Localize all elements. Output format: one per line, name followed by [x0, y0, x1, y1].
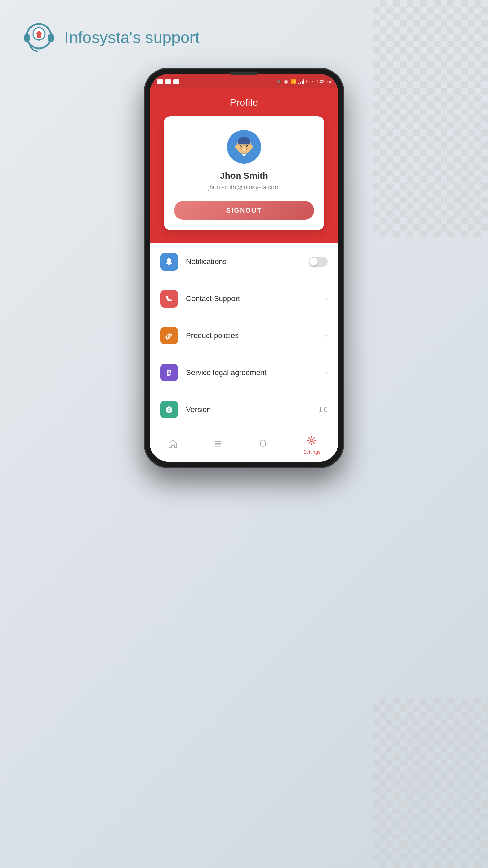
- svg-point-19: [250, 145, 253, 149]
- svg-rect-12: [238, 141, 240, 144]
- service-legal-icon-bg: [160, 364, 178, 381]
- svg-point-34: [310, 439, 313, 442]
- svg-rect-32: [215, 443, 221, 445]
- lock-icon-status: [173, 79, 179, 84]
- phone-device: ··· 🔇 ⏰ 📶 6: [144, 68, 344, 468]
- settings-label: Settings: [303, 449, 321, 455]
- wifi-icon: 📶: [291, 79, 296, 84]
- phone-screen: ··· 🔇 ⏰ 📶 6: [150, 74, 338, 462]
- profile-card: Jhon Smith jhon.smith@infosysta.com SIGN…: [164, 116, 324, 230]
- contact-support-label: Contact Support: [186, 294, 325, 303]
- svg-rect-25: [168, 372, 170, 373]
- contact-support-chevron: ›: [325, 295, 328, 303]
- svg-point-18: [235, 145, 238, 149]
- svg-point-5: [38, 39, 40, 41]
- home-icon: [168, 439, 178, 451]
- bell-nav-icon: [258, 439, 268, 451]
- product-policies-icon-bg: [160, 327, 178, 344]
- app-header: Profile: [150, 89, 338, 116]
- notifications-toggle[interactable]: [309, 257, 328, 267]
- notifications-label: Notifications: [186, 257, 309, 266]
- svg-rect-13: [248, 141, 250, 144]
- signal-bars: [298, 79, 304, 84]
- phone-wrapper: ··· 🔇 ⏰ 📶 6: [144, 68, 344, 468]
- svg-rect-24: [168, 371, 170, 372]
- brand-logo-icon: [20, 19, 58, 56]
- svg-rect-2: [48, 34, 54, 42]
- svg-point-22: [168, 258, 170, 259]
- user-name: Jhon Smith: [220, 171, 268, 181]
- menu-section: Notifications Contact Support ›: [150, 243, 338, 428]
- svg-rect-7: [166, 80, 170, 84]
- brand-name: Infosysta's support: [64, 28, 200, 47]
- bell-icon: [164, 257, 174, 267]
- svg-rect-8: [174, 80, 179, 84]
- avatar-image: [230, 133, 258, 160]
- nav-item-list[interactable]: [213, 439, 223, 451]
- svg-rect-33: [215, 446, 221, 447]
- notification-icon-status: [157, 79, 163, 84]
- menu-item-contact-support[interactable]: Contact Support ›: [160, 280, 328, 317]
- nav-item-bell[interactable]: [258, 439, 268, 451]
- version-label: Version: [186, 405, 318, 414]
- battery-percent: 62%: [306, 79, 314, 84]
- document-icon: [164, 368, 174, 377]
- menu-item-notifications[interactable]: Notifications: [160, 243, 328, 280]
- svg-point-17: [247, 145, 247, 146]
- menu-item-service-legal[interactable]: Service legal agreement ›: [160, 354, 328, 391]
- svg-point-29: [169, 408, 170, 409]
- logo-area: Infosysta's support: [20, 19, 200, 56]
- menu-item-product-policies[interactable]: Product policies ›: [160, 317, 328, 354]
- profile-section: Jhon Smith jhon.smith@infosysta.com SIGN…: [150, 116, 338, 243]
- service-legal-chevron: ›: [325, 369, 328, 377]
- svg-rect-26: [168, 373, 169, 374]
- info-icon: [164, 405, 174, 414]
- status-left: ···: [157, 79, 185, 84]
- status-bar: ··· 🔇 ⏰ 📶 6: [150, 74, 338, 89]
- checker-pattern-bottom: [373, 698, 488, 868]
- status-dots: ···: [181, 79, 185, 84]
- status-time: 1:02 pm: [317, 79, 331, 84]
- menu-item-version: Version 1.0: [160, 391, 328, 428]
- avatar: [227, 130, 261, 164]
- nav-item-settings[interactable]: Settings: [303, 435, 321, 455]
- alarm-icon: ⏰: [283, 79, 289, 84]
- svg-rect-6: [158, 80, 162, 84]
- settings-icon: [307, 435, 317, 448]
- svg-point-16: [241, 145, 242, 146]
- notifications-icon-bg: [160, 253, 178, 271]
- toggle-knob: [309, 258, 318, 266]
- image-icon-status: [165, 79, 171, 84]
- svg-rect-30: [169, 409, 170, 412]
- signout-button[interactable]: SIGNOUT: [174, 201, 314, 220]
- svg-rect-31: [215, 441, 221, 442]
- bottom-nav: Settings: [150, 428, 338, 462]
- version-icon-bg: [160, 401, 178, 418]
- phone-speaker: [230, 72, 258, 75]
- contact-support-icon-bg: [160, 290, 178, 308]
- version-value: 1.0: [318, 406, 328, 414]
- mute-icon: 🔇: [276, 79, 281, 84]
- product-policies-chevron: ›: [325, 332, 328, 340]
- screen-title: Profile: [230, 97, 258, 108]
- nav-item-home[interactable]: [168, 439, 178, 451]
- link-icon: [164, 331, 174, 340]
- list-icon: [213, 439, 223, 451]
- svg-rect-1: [24, 34, 30, 42]
- phone-icon: [164, 294, 174, 303]
- product-policies-label: Product policies: [186, 331, 325, 340]
- checker-pattern-top: [373, 0, 488, 237]
- service-legal-label: Service legal agreement: [186, 368, 325, 377]
- svg-rect-21: [168, 264, 170, 265]
- user-email: jhon.smith@infosysta.com: [208, 184, 280, 191]
- status-right: 🔇 ⏰ 📶 62% 1:02 pm: [276, 79, 331, 84]
